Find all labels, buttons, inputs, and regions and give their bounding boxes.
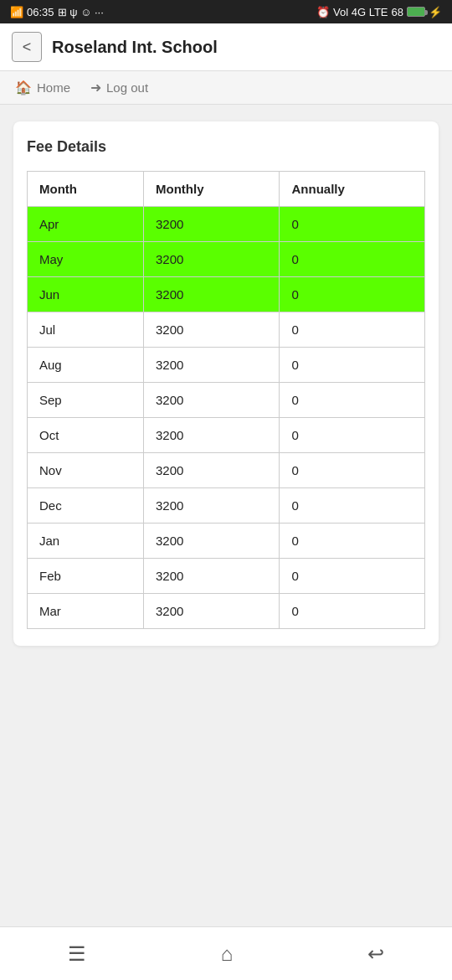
table-row: Sep32000 — [28, 383, 425, 418]
app-header: < Roseland Int. School — [0, 23, 452, 71]
cell-month: May — [28, 242, 144, 277]
fee-details-card: Fee Details Month Monthly Annually Apr32… — [13, 121, 439, 646]
logout-nav-item[interactable]: ➜ Log out — [90, 80, 148, 95]
cell-monthly: 3200 — [143, 524, 280, 559]
cell-month: Mar — [28, 594, 144, 629]
cell-month: Dec — [28, 488, 144, 524]
cell-monthly: 3200 — [143, 594, 280, 629]
home-button[interactable]: ⌂ — [221, 942, 234, 966]
status-right: ⏰ Vol 4G LTE 68 ⚡ — [316, 6, 442, 18]
cell-annually: 0 — [280, 312, 425, 348]
fee-table: Month Monthly Annually Apr32000May32000J… — [27, 171, 425, 629]
back-nav-button[interactable]: ↩ — [367, 942, 384, 966]
time-display: 06:35 — [27, 6, 54, 18]
cell-annually: 0 — [280, 594, 425, 629]
col-monthly: Monthly — [143, 172, 280, 207]
home-nav-item[interactable]: 🏠 Home — [15, 80, 70, 95]
cell-annually: 0 — [280, 488, 425, 524]
page-title: Roseland Int. School — [52, 38, 218, 57]
cell-monthly: 3200 — [143, 488, 280, 524]
cell-annually: 0 — [280, 524, 425, 559]
table-header-row: Month Monthly Annually — [28, 172, 425, 207]
cell-annually: 0 — [280, 207, 425, 242]
bottom-nav: ☰ ⌂ ↩ — [0, 926, 452, 980]
logout-icon: ➜ — [90, 80, 101, 95]
network-label: Vol 4G LTE — [333, 6, 388, 18]
cell-annually: 0 — [280, 453, 425, 488]
cell-monthly: 3200 — [143, 418, 280, 453]
cell-monthly: 3200 — [143, 383, 280, 418]
cell-month: Sep — [28, 383, 144, 418]
table-row: May32000 — [28, 242, 425, 277]
cell-monthly: 3200 — [143, 242, 280, 277]
table-row: Jan32000 — [28, 524, 425, 559]
battery-icon — [407, 7, 425, 17]
cell-month: Feb — [28, 559, 144, 594]
home-nav-label: Home — [37, 80, 70, 95]
home-icon: 🏠 — [15, 80, 32, 95]
nav-bar: 🏠 Home ➜ Log out — [0, 71, 452, 105]
cell-annually: 0 — [280, 277, 425, 312]
cell-monthly: 3200 — [143, 453, 280, 488]
cell-annually: 0 — [280, 242, 425, 277]
table-row: Nov32000 — [28, 453, 425, 488]
table-row: Oct32000 — [28, 418, 425, 453]
cell-monthly: 3200 — [143, 207, 280, 242]
menu-button[interactable]: ☰ — [68, 942, 86, 966]
cell-annually: 0 — [280, 348, 425, 383]
cell-annually: 0 — [280, 559, 425, 594]
cell-monthly: 3200 — [143, 277, 280, 312]
battery-level: 68 — [392, 6, 403, 18]
logout-nav-label: Log out — [106, 80, 148, 95]
card-title: Fee Details — [27, 138, 425, 156]
signal-icon: 📶 — [10, 6, 23, 18]
cell-month: Nov — [28, 453, 144, 488]
alarm-icon: ⏰ — [316, 6, 330, 18]
table-row: Mar32000 — [28, 594, 425, 629]
cell-month: Jun — [28, 277, 144, 312]
status-left: 📶 06:35 ⊞ ψ ☺ ··· — [10, 6, 104, 18]
table-row: Jul32000 — [28, 312, 425, 348]
col-annually: Annually — [280, 172, 425, 207]
extra-icons: ⊞ ψ ☺ ··· — [58, 6, 104, 18]
table-row: Dec32000 — [28, 488, 425, 524]
cell-monthly: 3200 — [143, 312, 280, 348]
charging-icon: ⚡ — [429, 6, 442, 18]
cell-month: Jul — [28, 312, 144, 348]
cell-annually: 0 — [280, 383, 425, 418]
table-row: Aug32000 — [28, 348, 425, 383]
table-row: Feb32000 — [28, 559, 425, 594]
table-row: Jun32000 — [28, 277, 425, 312]
cell-month: Jan — [28, 524, 144, 559]
cell-month: Aug — [28, 348, 144, 383]
main-content: Fee Details Month Monthly Annually Apr32… — [0, 105, 452, 926]
cell-month: Oct — [28, 418, 144, 453]
cell-monthly: 3200 — [143, 559, 280, 594]
status-bar: 📶 06:35 ⊞ ψ ☺ ··· ⏰ Vol 4G LTE 68 ⚡ — [0, 0, 452, 23]
cell-monthly: 3200 — [143, 348, 280, 383]
table-row: Apr32000 — [28, 207, 425, 242]
cell-annually: 0 — [280, 418, 425, 453]
cell-month: Apr — [28, 207, 144, 242]
col-month: Month — [28, 172, 144, 207]
back-button[interactable]: < — [12, 32, 42, 62]
